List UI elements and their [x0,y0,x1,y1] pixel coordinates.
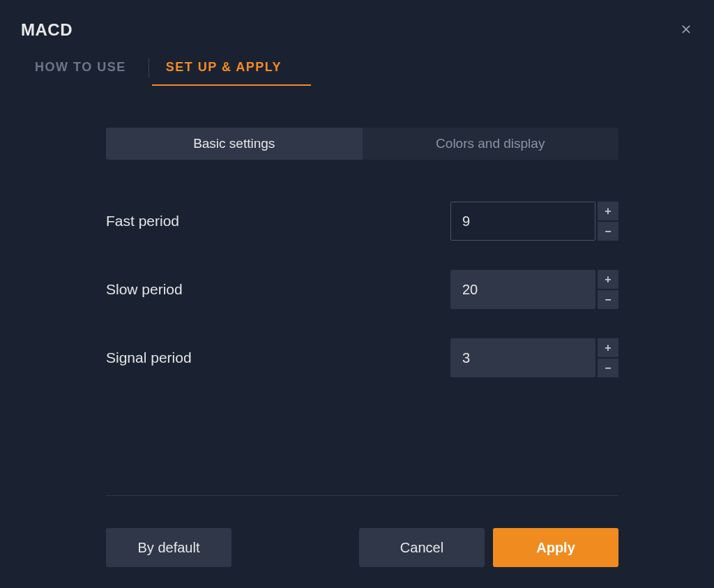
label-slow-period: Slow period [106,281,183,298]
stepper-fast-period: + − [450,202,618,241]
plus-icon: + [605,273,611,286]
plus-icon: + [605,342,611,354]
modal-footer: By default Cancel Apply [106,495,623,567]
increment-slow-period[interactable]: + [598,270,618,289]
close-icon [679,22,693,36]
decrement-fast-period[interactable]: − [598,222,618,241]
by-default-button[interactable]: By default [106,528,231,567]
sub-tabs: Basic settings Colors and display [106,128,618,160]
label-fast-period: Fast period [106,213,179,229]
plus-icon: + [605,205,611,218]
close-button[interactable] [679,20,693,40]
minus-icon: − [605,225,611,238]
stepper-slow-period: + − [450,270,618,309]
input-slow-period[interactable] [450,270,595,309]
subtab-basic-settings[interactable]: Basic settings [106,128,363,160]
row-signal-period: Signal period + − [106,338,618,377]
stepper-buttons-fast: + − [598,202,618,241]
input-signal-period[interactable] [450,338,595,377]
decrement-signal-period[interactable]: − [598,359,618,377]
stepper-buttons-slow: + − [598,270,618,309]
cancel-button[interactable]: Cancel [359,528,485,567]
modal-header: MACD [0,0,714,43]
tab-divider [149,58,149,77]
modal-content: Basic settings Colors and display Fast p… [0,86,714,377]
decrement-slow-period[interactable]: − [598,290,618,309]
increment-fast-period[interactable]: + [598,202,618,220]
stepper-buttons-signal: + − [598,338,618,377]
subtab-colors-display[interactable]: Colors and display [363,128,619,160]
tab-how-to-use[interactable]: HOW TO USE [21,50,146,86]
input-fast-period[interactable] [450,202,595,241]
increment-signal-period[interactable]: + [598,338,618,357]
settings-form: Fast period + − Slow period + − [106,202,623,377]
footer-buttons: By default Cancel Apply [106,528,618,567]
main-tabs: HOW TO USE SET UP & APPLY [0,43,714,86]
minus-icon: − [605,362,611,375]
minus-icon: − [605,294,611,306]
footer-divider [106,495,618,496]
modal-title: MACD [21,20,73,40]
tab-set-up-apply[interactable]: SET UP & APPLY [152,50,301,86]
macd-settings-modal: MACD HOW TO USE SET UP & APPLY Basic set… [0,0,714,588]
row-slow-period: Slow period + − [106,270,618,309]
stepper-signal-period: + − [450,338,618,377]
row-fast-period: Fast period + − [106,202,618,241]
apply-button[interactable]: Apply [493,528,618,567]
label-signal-period: Signal period [106,349,192,366]
